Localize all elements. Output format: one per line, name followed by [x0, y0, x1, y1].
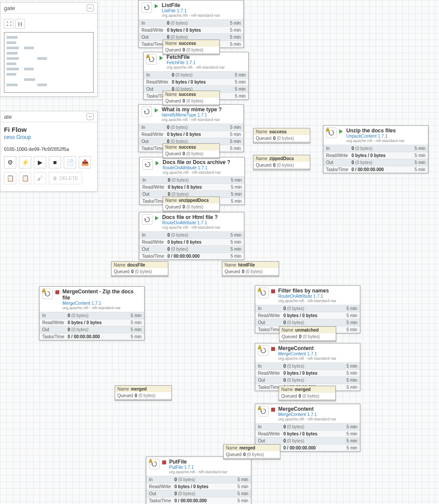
- processor-type: MergeContent 1.7.1: [62, 301, 141, 306]
- processor-name: MergeContent: [278, 406, 357, 412]
- connection-unmatched[interactable]: Nameunmatched Queued0 (0 bytes): [279, 326, 336, 342]
- stop-icon: [55, 290, 59, 294]
- processor-type: PutFile 1.7.1: [169, 465, 248, 470]
- connection-zippeddocs[interactable]: NamezippedDocs Queued0 (0 bytes): [253, 155, 310, 170]
- processor-icon: [258, 288, 268, 298]
- collapse-button[interactable]: −: [87, 4, 94, 11]
- play-icon[interactable]: ▶: [34, 156, 46, 168]
- play-icon: [155, 4, 158, 8]
- connection-merged[interactable]: Namemerged Queued0 (0 bytes): [279, 386, 336, 401]
- processor-type: MergeContent 1.7.1: [278, 412, 357, 417]
- stop-icon: [271, 289, 275, 293]
- connection-unzippeddocs[interactable]: NameunzippedDocs Queued0 (0 bytes): [163, 197, 220, 212]
- copy-icon: 📋: [4, 172, 16, 184]
- paste-icon: 📋: [19, 172, 31, 184]
- processor-type: RouteOnAttribute 1.7.1: [163, 165, 242, 170]
- zoom-fit-icon[interactable]: ⛶: [4, 19, 14, 29]
- delete-button: 🗑 DELETE: [49, 172, 82, 184]
- processor-bundle: org.apache.nifi - nifi-standard-nar: [169, 470, 248, 474]
- processor-icon: [141, 2, 152, 13]
- processor-icon: [141, 106, 152, 117]
- connection-merged[interactable]: Namemerged Queued0 (0 bytes): [115, 385, 172, 401]
- processor-name: ListFile: [162, 2, 241, 8]
- processor-icon: [142, 214, 152, 225]
- processor-icon: [149, 459, 160, 469]
- connection-htmlfile[interactable]: NamehtmlFile Queued0 (0 bytes): [222, 261, 279, 277]
- processor-icon: [42, 289, 53, 299]
- processor-merge1[interactable]: MergeContent MergeContent 1.7.1 org.apac…: [255, 343, 360, 391]
- processor-name: Docs file or Docs archive ?: [163, 159, 242, 165]
- processor-bundle: org.apache.nifi - nifi-standard-nar: [278, 299, 357, 303]
- flow-id: 0165-1000-de99-7fc6f2852f5a: [4, 146, 94, 152]
- processor-name: Docs file or Html file ?: [162, 214, 241, 220]
- connection-success[interactable]: Namesuccess Queued0 (0 bytes): [163, 143, 220, 159]
- operate-title: ate: [4, 113, 12, 120]
- flow-type: cess Group: [4, 134, 94, 140]
- processor-name: MergeContent - Zip the docs file: [62, 289, 141, 301]
- play-icon: [339, 129, 343, 134]
- play-icon: [156, 161, 159, 165]
- play-icon: [160, 56, 163, 60]
- stop-icon: [271, 408, 275, 412]
- processor-icon: [142, 159, 153, 170]
- play-icon: [155, 108, 158, 113]
- processor-bundle: org.apache.nifi - nifi-standard-nar: [167, 65, 246, 69]
- processor-name: FetchFile: [167, 54, 246, 60]
- play-icon: [155, 216, 159, 220]
- connection-success[interactable]: Namesuccess Queued0 (0 bytes): [163, 40, 220, 55]
- processor-bundle: org.apache.nifi - nifi-standard-nar: [346, 139, 425, 143]
- navigate-panel: gate − ⛶ |·|: [0, 2, 98, 97]
- processor-mergezip[interactable]: MergeContent - Zip the docs file MergeCo…: [39, 286, 145, 340]
- connection-success[interactable]: Namesuccess Queued0 (0 bytes): [253, 128, 310, 143]
- stop-icon: [271, 347, 275, 351]
- processor-icon: [258, 406, 268, 416]
- processor-type: RouteOnAttribute 1.7.1: [278, 294, 357, 299]
- minimap[interactable]: [4, 32, 94, 93]
- template-icon[interactable]: 📄: [64, 156, 76, 168]
- processor-type: IdentifyMimeType 1.7.1: [162, 113, 241, 117]
- processor-icon: [146, 54, 157, 65]
- processor-type: MergeContent 1.7.1: [278, 351, 357, 356]
- stop-icon[interactable]: ■: [49, 156, 61, 168]
- connection-merged[interactable]: Namemerged Queued0 (0 bytes): [223, 444, 280, 460]
- processor-bundle: org.apache.nifi - nifi-standard-nar: [278, 417, 357, 421]
- processor-bundle: org.apache.nifi - nifi-standard-nar: [62, 306, 141, 310]
- processor-unzip[interactable]: Unzip the docs files UnpackContent 1.7.1…: [323, 125, 428, 173]
- processor-bundle: org.apache.nifi - nifi-standard-nar: [278, 356, 357, 361]
- configure-icon[interactable]: ⚙: [4, 156, 16, 168]
- processor-docshtml[interactable]: Docs file or Html file ? RouteOnAttribut…: [139, 212, 244, 260]
- stop-icon: [162, 460, 166, 464]
- processor-icon: [258, 345, 268, 356]
- navigate-title: gate: [4, 5, 15, 11]
- processor-type: RouteOnAttribute 1.7.1: [162, 220, 241, 225]
- processor-icon: [326, 128, 337, 138]
- operate-panel: ate − Fi Flow cess Group 0165-1000-de99-…: [0, 111, 98, 192]
- processor-name: Filter files by names: [278, 288, 357, 294]
- processor-name: What is my mime type ?: [162, 106, 241, 113]
- processor-type: FetchFile 1.7.1: [167, 60, 246, 65]
- processor-bundle: org.apache.nifi - nifi-standard-nar: [162, 13, 241, 18]
- processor-type: ListFile 1.7.1: [162, 8, 241, 13]
- disable-icon[interactable]: ⚡: [19, 156, 31, 168]
- color-icon: 🖌: [34, 172, 46, 184]
- processor-bundle: org.apache.nifi - nifi-standard-nar: [163, 170, 242, 175]
- connection-success[interactable]: Namesuccess Queued0 (0 bytes): [163, 91, 220, 106]
- zoom-actual-icon[interactable]: |·|: [15, 19, 25, 29]
- collapse-button[interactable]: −: [87, 113, 94, 120]
- processor-bundle: org.apache.nifi - nifi-standard-nar: [162, 117, 241, 122]
- processor-name: MergeContent: [278, 345, 357, 351]
- processor-name: Unzip the docs files: [346, 128, 425, 134]
- processor-name: PutFile: [169, 459, 248, 465]
- connection-docsfile[interactable]: NamedocsFile Queued0 (0 bytes): [111, 261, 168, 277]
- processor-putfile[interactable]: PutFile PutFile 1.7.1 org.apache.nifi - …: [146, 457, 251, 504]
- upload-icon[interactable]: 📤: [79, 156, 91, 168]
- processor-type: UnpackContent 1.7.1: [346, 134, 425, 139]
- processor-bundle: org.apache.nifi - nifi-standard-nar: [162, 225, 241, 230]
- flow-name: Fi Flow: [4, 126, 94, 133]
